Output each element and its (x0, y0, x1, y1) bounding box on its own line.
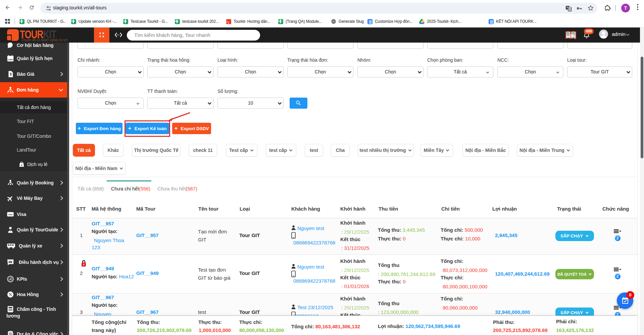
svg-text:KPI: KPI (9, 279, 12, 280)
svg-text:VISA: VISA (8, 214, 13, 216)
svg-text:$: $ (10, 72, 12, 76)
svg-text:CSKH: CSKH (8, 59, 13, 61)
